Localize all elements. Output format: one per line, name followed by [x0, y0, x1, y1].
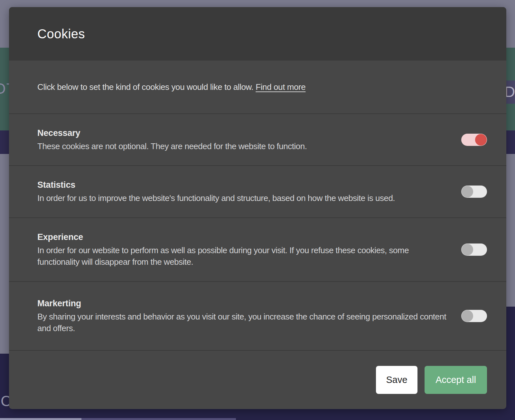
cookie-category-name: Experience — [37, 232, 455, 243]
cookie-category-description-line: By sharing your interests and behavior a… — [37, 311, 455, 322]
cookie-category-description-line: and offers. — [37, 322, 455, 334]
cookie-category-name: Markerting — [37, 298, 455, 309]
background-bottom-strip-purple — [81, 418, 236, 420]
cookie-row-experience: Experience In order for our website to p… — [9, 217, 506, 281]
cookie-row-statistics: Statistics In order for us to improve th… — [9, 165, 506, 217]
necessary-toggle[interactable] — [461, 134, 487, 146]
toggle-knob — [462, 244, 473, 255]
accept-all-button[interactable]: Accept all — [425, 366, 487, 394]
dialog-title: Cookies — [37, 27, 85, 41]
cookie-category-description: In order for us to improve the website's… — [37, 192, 455, 204]
cookie-category-name: Necessary — [37, 128, 455, 138]
cookie-row-necessary: Necessary These cookies are not optional… — [9, 113, 506, 165]
dialog-footer: Save Accept all — [9, 350, 506, 409]
cookie-category-description-line: functionality will disappear from the we… — [37, 256, 455, 268]
find-out-more-link[interactable]: Find out more — [256, 82, 305, 92]
cookie-consent-dialog: Cookies Click below to set the kind of c… — [9, 7, 506, 409]
intro-sentence: Click below to set the kind of cookies y… — [37, 82, 253, 92]
cookie-row-text: Statistics In order for us to improve th… — [37, 179, 455, 204]
cookie-row-text: Markerting By sharing your interests and… — [37, 298, 455, 334]
statistics-toggle[interactable] — [461, 186, 487, 198]
toggle-knob — [462, 186, 473, 197]
cookie-category-name: Statistics — [37, 179, 455, 190]
background-bottom-strip-light — [0, 418, 81, 420]
cookie-row-text: Experience In order for our website to p… — [37, 232, 455, 268]
cookie-category-description: These cookies are not optional. They are… — [37, 140, 455, 152]
cookie-category-description-line: In order for our website to perform as w… — [37, 244, 455, 256]
experience-toggle[interactable] — [461, 243, 487, 256]
save-button[interactable]: Save — [376, 366, 417, 394]
intro-text: Click below to set the kind of cookies y… — [37, 82, 305, 92]
cookie-row-text: Necessary These cookies are not optional… — [37, 128, 455, 152]
cookie-row-marketing: Markerting By sharing your interests and… — [9, 281, 506, 350]
toggle-knob — [462, 310, 473, 322]
intro-section: Click below to set the kind of cookies y… — [9, 61, 506, 113]
toggle-knob — [475, 134, 487, 146]
marketing-toggle[interactable] — [461, 310, 487, 322]
dialog-header: Cookies — [9, 7, 506, 61]
